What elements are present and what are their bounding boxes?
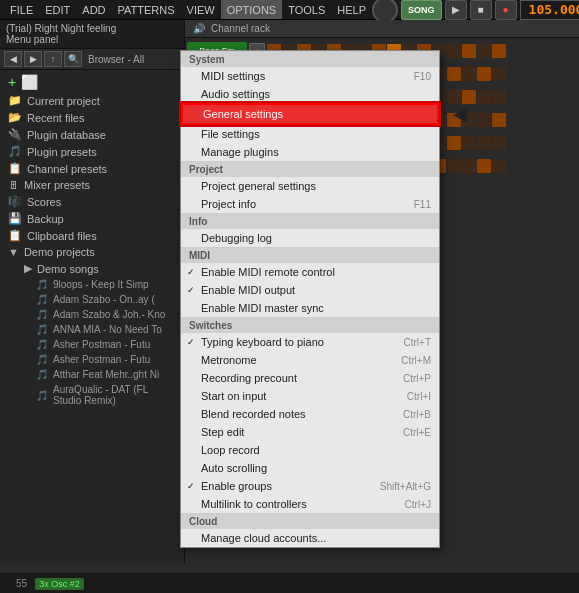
- sidebar-item-file6[interactable]: 🎵 Asher Postman - Futu: [0, 352, 184, 367]
- menu-item-enable-midi-output[interactable]: ✓ Enable MIDI output: [181, 281, 439, 299]
- nav-up-button[interactable]: ↑: [44, 51, 62, 67]
- plugin-db-icon: 🔌: [8, 128, 22, 141]
- pad[interactable]: [447, 44, 461, 58]
- pad[interactable]: [492, 44, 506, 58]
- menu-options[interactable]: OPTIONS: [221, 0, 283, 19]
- menu-item-auto-scrolling[interactable]: Auto scrolling: [181, 459, 439, 477]
- menu-item-manage-plugins[interactable]: Manage plugins: [181, 143, 439, 161]
- panel-subtitle: Menu panel: [6, 34, 178, 45]
- panel-app-title: (Trial) Right Night feeling: [6, 23, 178, 34]
- menu-item-debugging-log[interactable]: Debugging log: [181, 229, 439, 247]
- menu-item-project-info[interactable]: Project info F11: [181, 195, 439, 213]
- menu-item-start-on-input[interactable]: Start on input Ctrl+I: [181, 387, 439, 405]
- sidebar-item-current-project[interactable]: 📁 Current project: [0, 92, 184, 109]
- nav-forward-button[interactable]: ▶: [24, 51, 42, 67]
- sidebar-item-file3[interactable]: 🎵 Adam Szabo & Joh.- Kno: [0, 307, 184, 322]
- menu-item-manage-cloud[interactable]: Manage cloud accounts...: [181, 529, 439, 547]
- menu-item-metronome[interactable]: Metronome Ctrl+M: [181, 351, 439, 369]
- menu-item-blend-recorded[interactable]: Blend recorded notes Ctrl+B: [181, 405, 439, 423]
- menu-item-file-settings[interactable]: File settings: [181, 125, 439, 143]
- sidebar-item-clipboard[interactable]: 📋 Clipboard files: [0, 227, 184, 244]
- sidebar-item-file1[interactable]: 🎵 9loops - Keep It Simp: [0, 277, 184, 292]
- debugging-log-label: Debugging log: [201, 232, 272, 244]
- play-button[interactable]: ▶: [445, 0, 467, 20]
- sidebar-item-new[interactable]: + ⬜: [0, 72, 184, 92]
- sidebar-item-plugin-database[interactable]: 🔌 Plugin database: [0, 126, 184, 143]
- menu-item-typing-keyboard[interactable]: ✓ Typing keyboard to piano Ctrl+T: [181, 333, 439, 351]
- sidebar-plugin-db-label: Plugin database: [27, 129, 106, 141]
- menu-item-recording-precount[interactable]: Recording precount Ctrl+P: [181, 369, 439, 387]
- pad[interactable]: [477, 44, 491, 58]
- sidebar-item-mixer-presets[interactable]: 🎚 Mixer presets: [0, 177, 184, 193]
- pad[interactable]: [477, 90, 491, 104]
- pad[interactable]: [447, 90, 461, 104]
- pad[interactable]: [477, 67, 491, 81]
- pad[interactable]: [462, 90, 476, 104]
- step-edit-label: Step edit: [201, 426, 244, 438]
- menu-item-enable-midi-master[interactable]: Enable MIDI master sync: [181, 299, 439, 317]
- file8-icon: 🎵: [36, 390, 48, 401]
- menu-item-loop-record[interactable]: Loop record: [181, 441, 439, 459]
- nav-back-button[interactable]: ◀: [4, 51, 22, 67]
- pad[interactable]: [492, 67, 506, 81]
- backup-icon: 💾: [8, 212, 22, 225]
- sidebar-item-file7[interactable]: 🎵 Atthar Feat Mehr..ght Ni: [0, 367, 184, 382]
- sidebar-item-backup[interactable]: 💾 Backup: [0, 210, 184, 227]
- pad[interactable]: [447, 136, 461, 150]
- pad[interactable]: [477, 113, 491, 127]
- menu-add[interactable]: ADD: [76, 0, 111, 19]
- menu-item-general-settings[interactable]: General settings ◀: [181, 103, 439, 125]
- record-button[interactable]: ●: [495, 0, 517, 20]
- scores-icon: 🎼: [8, 195, 22, 208]
- pad[interactable]: [462, 44, 476, 58]
- pad[interactable]: [447, 67, 461, 81]
- menu-item-step-edit[interactable]: Step edit Ctrl+E: [181, 423, 439, 441]
- menu-help[interactable]: HELP: [331, 0, 372, 19]
- blend-recorded-label: Blend recorded notes: [201, 408, 306, 420]
- pad[interactable]: [492, 159, 506, 173]
- menu-patterns[interactable]: PATTERNS: [112, 0, 181, 19]
- sidebar-item-file5[interactable]: 🎵 Asher Postman - Futu: [0, 337, 184, 352]
- bpm-display[interactable]: 105.000: [520, 0, 579, 20]
- left-panel: (Trial) Right Night feeling Menu panel ◀…: [0, 20, 185, 563]
- sidebar-item-scores[interactable]: 🎼 Scores: [0, 193, 184, 210]
- start-on-input-label: Start on input: [201, 390, 266, 402]
- menu-item-audio-settings[interactable]: Audio settings: [181, 85, 439, 103]
- pad[interactable]: [492, 113, 506, 127]
- project-general-label: Project general settings: [201, 180, 316, 192]
- search-icon[interactable]: 🔍: [64, 51, 82, 67]
- sidebar-item-recent-files[interactable]: 📂 Recent files: [0, 109, 184, 126]
- sidebar-item-file8[interactable]: 🎵 AuraQualic - DAT (FL Studio Remix): [0, 382, 184, 408]
- menu-view[interactable]: VIEW: [181, 0, 221, 19]
- menu-file[interactable]: FILE: [4, 0, 39, 19]
- file4-icon: 🎵: [36, 324, 48, 335]
- menu-item-enable-midi-remote[interactable]: ✓ Enable MIDI remote control: [181, 263, 439, 281]
- pad[interactable]: [492, 90, 506, 104]
- sidebar-file6-label: Asher Postman - Futu: [53, 354, 150, 365]
- sidebar-item-file4[interactable]: 🎵 ANNA MIA - No Need To: [0, 322, 184, 337]
- pad[interactable]: [462, 113, 476, 127]
- pad[interactable]: [462, 159, 476, 173]
- menu-item-enable-groups[interactable]: ✓ Enable groups Shift+Alt+G: [181, 477, 439, 495]
- menu-item-midi-settings[interactable]: MIDI settings F10: [181, 67, 439, 85]
- sidebar-item-channel-presets[interactable]: 📋 Channel presets: [0, 160, 184, 177]
- menu-item-project-general[interactable]: Project general settings: [181, 177, 439, 195]
- pad[interactable]: [447, 159, 461, 173]
- menu-edit[interactable]: EDIT: [39, 0, 76, 19]
- stop-button[interactable]: ■: [470, 0, 492, 20]
- sidebar-item-demo-projects[interactable]: ▼ Demo projects: [0, 244, 184, 260]
- pad[interactable]: [462, 136, 476, 150]
- pad[interactable]: [447, 113, 461, 127]
- sidebar-item-plugin-presets[interactable]: 🎵 Plugin presets: [0, 143, 184, 160]
- pad[interactable]: [462, 67, 476, 81]
- sidebar-item-demo-songs[interactable]: ▶ Demo songs: [0, 260, 184, 277]
- pad[interactable]: [477, 159, 491, 173]
- metronome-shortcut: Ctrl+M: [401, 355, 431, 366]
- mixer-icon: 🎚: [8, 179, 19, 191]
- menu-tools[interactable]: TOOLS: [282, 0, 331, 19]
- menu-item-multilink[interactable]: Multilink to controllers Ctrl+J: [181, 495, 439, 513]
- pad[interactable]: [492, 136, 506, 150]
- pad[interactable]: [477, 136, 491, 150]
- song-mode-button[interactable]: SONG: [401, 0, 442, 20]
- sidebar-item-file2[interactable]: 🎵 Adam Szabo - On..ay (: [0, 292, 184, 307]
